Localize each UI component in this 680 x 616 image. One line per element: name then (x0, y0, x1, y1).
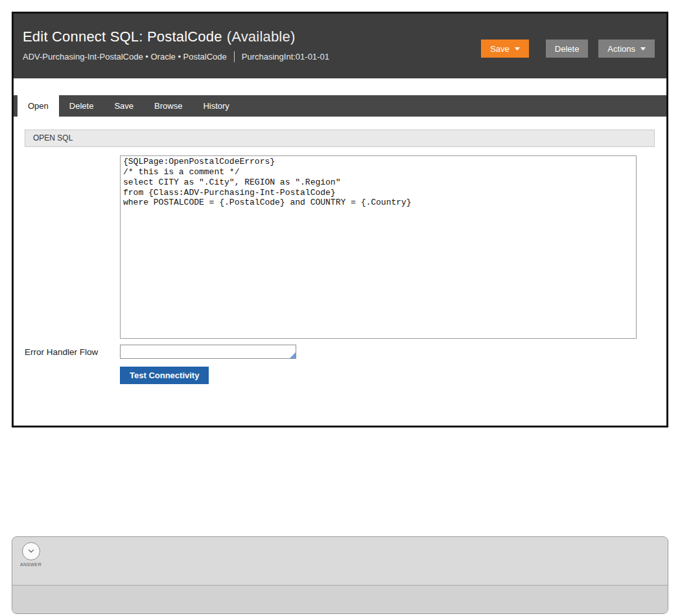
rule-key: ADV-Purchasing-Int-PostalCode • Oracle •… (23, 52, 227, 62)
tab-content: OPEN SQL {SQLPage:OpenPostalCodeErrors} … (14, 117, 666, 384)
error-handler-label: Error Handler Flow (25, 347, 120, 357)
error-handler-input[interactable] (120, 345, 296, 359)
error-handler-input-wrap (120, 345, 296, 359)
open-sql-section-title: OPEN SQL (33, 133, 73, 143)
page: Edit Connect SQL: PostalCode(Available) … (0, 0, 680, 616)
test-connectivity-row: Test Connectivity (25, 367, 655, 384)
answer-label: ANSWER (20, 562, 41, 567)
caret-down-icon (640, 47, 646, 51)
answer-bottom-strip (12, 586, 668, 614)
open-sql-section-header: OPEN SQL (25, 130, 655, 147)
tab-bar: Open Delete Save Browse History (14, 95, 666, 117)
delete-button[interactable]: Delete (546, 40, 589, 58)
sql-label-spacer (25, 155, 120, 157)
title-row: Edit Connect SQL: PostalCode(Available) (23, 29, 329, 45)
tab-delete[interactable]: Delete (59, 95, 104, 117)
actions-button[interactable]: Actions (598, 40, 655, 58)
sql-row: {SQLPage:OpenPostalCodeErrors} /* this i… (25, 155, 655, 339)
error-handler-row: Error Handler Flow (25, 345, 655, 359)
save-button-label: Save (490, 44, 510, 54)
sql-textarea[interactable]: {SQLPage:OpenPostalCodeErrors} /* this i… (120, 155, 637, 339)
subtitle-row: ADV-Purchasing-Int-PostalCode • Oracle •… (23, 51, 329, 62)
autocomplete-indicator-icon (290, 352, 296, 358)
header-text: Edit Connect SQL: PostalCode(Available) … (23, 14, 329, 78)
delete-button-label: Delete (555, 44, 580, 54)
tab-save[interactable]: Save (104, 95, 144, 117)
rule-header: Edit Connect SQL: PostalCode(Available) … (14, 14, 666, 78)
ruleset-version: PurchasingInt:01-01-01 (242, 52, 329, 62)
chevron-down-icon (22, 542, 40, 560)
answer-panel: ANSWER (12, 536, 668, 614)
page-title: Edit Connect SQL: PostalCode (23, 29, 222, 45)
answer-toggle[interactable]: ANSWER (20, 542, 41, 567)
header-buttons: Save Delete Actions (481, 40, 655, 78)
answer-top-section: ANSWER (12, 537, 668, 585)
tab-history[interactable]: History (193, 95, 239, 117)
test-label-spacer (25, 367, 120, 369)
tab-browse[interactable]: Browse (144, 95, 193, 117)
header-gap (14, 78, 666, 95)
vertical-separator (234, 51, 235, 62)
caret-down-icon (515, 47, 520, 51)
tab-open[interactable]: Open (18, 95, 59, 117)
rule-status: (Available) (227, 29, 296, 45)
actions-button-label: Actions (607, 44, 635, 54)
test-connectivity-button[interactable]: Test Connectivity (120, 367, 209, 384)
save-button[interactable]: Save (481, 40, 529, 58)
rule-editor-window: Edit Connect SQL: PostalCode(Available) … (12, 12, 668, 428)
open-sql-form: {SQLPage:OpenPostalCodeErrors} /* this i… (25, 155, 655, 384)
